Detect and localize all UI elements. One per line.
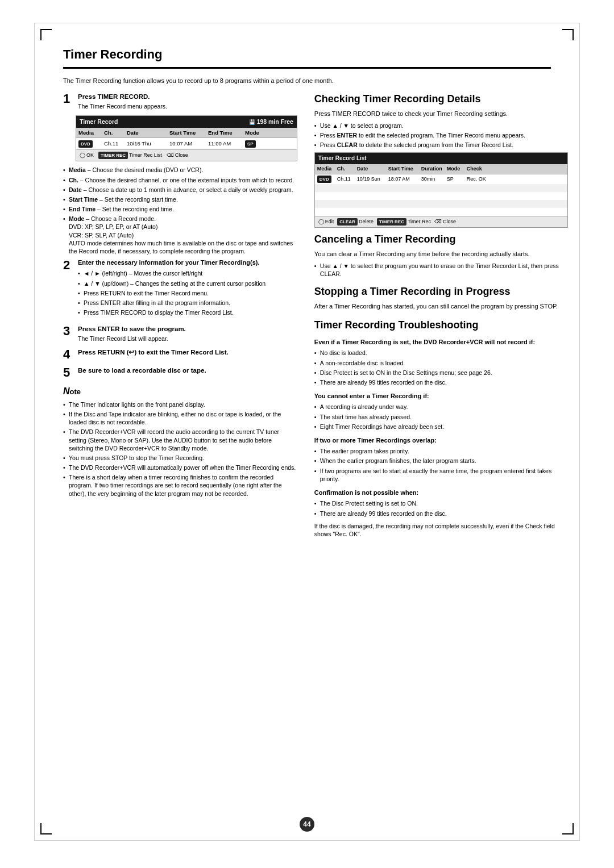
tl-clear-btn: CLEAR (337, 218, 358, 226)
tl-col-media: Media (317, 165, 337, 173)
timer-list-row-2 (315, 184, 567, 192)
stopping-title: Stopping a Timer Recording in Progress (314, 285, 568, 299)
bullet-start-time: Start Time – Set the recording start tim… (63, 195, 297, 203)
canceling-title: Canceling a Timer Recording (314, 232, 568, 247)
step-4-content: Press RETURN (↩) to exit the Timer Recor… (78, 348, 297, 357)
tl-dvd-badge: DVD (317, 176, 331, 183)
tl-col-check: Check (467, 165, 492, 173)
ts-sub2-bullet-2: The start time has already passed. (314, 413, 568, 421)
step-1-bold: Press TIMER RECORD. (78, 92, 297, 101)
timer-record-cols: Media Ch. Date Start Time End Time Mode (76, 128, 297, 138)
troubleshooting-sub3-bullets: The earlier program takes priority. When… (314, 447, 568, 483)
media-bullets: Media – Choose the desired media (DVD or… (63, 166, 297, 255)
tl-row1-start: 18:07 AM (388, 176, 421, 183)
tl-row1-date: 10/19 Sun (357, 176, 388, 183)
step-2-bold: Enter the necessary information for your… (78, 258, 297, 267)
page-title: Timer Recording (63, 46, 551, 69)
note-bullet-3: The DVD Recorder+VCR will record the aud… (63, 428, 297, 452)
checking-title: Checking Timer Recording Details (314, 92, 568, 106)
tl-footer-close-label: Close (443, 218, 456, 226)
tl-footer-delete: CLEAR Delete (337, 218, 374, 226)
ts-sub2-bullet-1: A recording is already under way. (314, 403, 568, 411)
row-ch: Ch.11 (104, 140, 127, 147)
step-5-number: 5 (63, 366, 76, 379)
note-bullet-6: There is a short delay when a timer reco… (63, 473, 297, 498)
canceling-intro: You can clear a Timer Recording any time… (314, 250, 568, 258)
step-3-number: 3 (63, 324, 76, 338)
step2-bullet-1: ◄ / ► (left/right) – Moves the cursor le… (78, 269, 297, 277)
timer-record-box: Timer Record 💾 198 min Free Media Ch. Da… (76, 115, 297, 161)
footer-ok-item: ◯ OK (80, 152, 94, 159)
col-end-time: End Time (208, 129, 245, 136)
troubleshooting-sub4-bold: Confirmation is not possible when: (314, 489, 568, 497)
troubleshooting-title: Timer Recording Troubleshooting (314, 318, 568, 332)
col-start-time: Start Time (169, 129, 208, 136)
bullet-date: Date – Choose a date up to 1 month in ad… (63, 186, 297, 194)
note-n: N (63, 385, 70, 398)
step-3: 3 Press ENTER to save the program. The T… (63, 324, 297, 343)
timer-list-row-5 (315, 208, 567, 216)
troubleshooting-sub3-bold: If two or more Timer Recordings overlap: (314, 436, 568, 445)
step-5-bold: Be sure to load a recordable disc or tap… (78, 366, 297, 375)
col-media: Media (78, 129, 104, 136)
tl-row1-check: Rec. OK (467, 176, 492, 183)
ts-sub4-bullet-2: There are already 99 titles recorded on … (314, 510, 568, 518)
ts-sub4-bullet-1: The Disc Protect setting is set to ON. (314, 499, 568, 507)
step-1-number: 1 (63, 92, 76, 106)
note-bullets: The Timer indicator lights on the front … (63, 400, 297, 498)
ts-sub1-bullet-1: No disc is loaded. (314, 349, 568, 357)
note-bullet-1: The Timer indicator lights on the front … (63, 400, 297, 408)
step2-bullet-3: Press RETURN to exit the Timer Record me… (78, 289, 297, 297)
checking-intro: Press TIMER RECORD twice to check your T… (314, 110, 568, 118)
page-number: 44 (300, 817, 314, 832)
step-4-number: 4 (63, 348, 76, 361)
tl-col-mode: Mode (447, 165, 467, 173)
step-1: 1 Press TIMER RECORD. The Timer Record m… (63, 92, 297, 111)
footer-close-label: Close (175, 152, 188, 159)
checking-bullet-3: Press CLEAR to delete the selected progr… (314, 141, 568, 149)
col-ch: Ch. (104, 129, 127, 136)
tl-col-date: Date (357, 165, 388, 173)
tl-footer-edit: ◯ Edit (318, 218, 334, 226)
row-date: 10/16 Thu (127, 140, 169, 147)
col-mode: Mode (245, 129, 271, 136)
timer-list-footer: ◯ Edit CLEAR Delete TIMER REC Timer Rec … (315, 216, 567, 227)
timer-rec-btn: TIMER REC (98, 152, 128, 159)
step-4: 4 Press RETURN (↩) to exit the Timer Rec… (63, 348, 297, 361)
right-column: Checking Timer Recording Details Press T… (314, 92, 568, 539)
row-start: 10:07 AM (169, 140, 208, 147)
timer-list-box: Timer Record List Media Ch. Date Start T… (314, 152, 568, 228)
step-2: 2 Enter the necessary information for yo… (63, 258, 297, 320)
step-2-content: Enter the necessary information for your… (78, 258, 297, 320)
tl-col-start: Start Time (388, 165, 421, 173)
timer-list-row-3 (315, 192, 567, 200)
sp-badge: SP (245, 140, 256, 148)
footer-close-item: ⌫ Close (167, 152, 188, 159)
ts-sub1-bullet-3: Disc Protect is set to ON in the Disc Se… (314, 369, 568, 377)
bullet-mode: Mode – Choose a Record mode. DVD: XP, SP… (63, 215, 297, 255)
tl-row1-media: DVD (317, 176, 337, 183)
footer-timerrec-label: Timer Rec List (129, 152, 162, 159)
corner-br (562, 823, 574, 834)
ts-sub1-bullet-2: A non-recordable disc is loaded. (314, 359, 568, 367)
bullet-media: Media – Choose the desired media (DVD or… (63, 166, 297, 174)
timer-record-footer: ◯ OK TIMER REC Timer Rec List ⌫ Close (76, 149, 297, 161)
tl-footer-delete-label: Delete (359, 218, 374, 226)
page-container: Timer Recording The Timer Recording func… (34, 23, 580, 841)
troubleshooting-footer: If the disc is damaged, the recording ma… (314, 522, 568, 539)
note-section: Note The Timer indicator lights on the f… (63, 385, 297, 497)
tl-row1-ch: Ch.11 (337, 176, 357, 183)
bullet-ch: Ch. – Choose the desired channel, or one… (63, 176, 297, 184)
timer-list-row-4 (315, 200, 567, 208)
step-1-content: Press TIMER RECORD. The Timer Record men… (78, 92, 297, 111)
ts-sub1-bullet-4: There are already 99 titles recorded on … (314, 378, 568, 386)
tl-footer-edit-label: Edit (325, 218, 334, 226)
note-title: Note (63, 385, 297, 398)
corner-tl (40, 29, 52, 40)
step2-bullet-4: Press ENTER after filling in all the pro… (78, 299, 297, 307)
troubleshooting-sub4-bullets: The Disc Protect setting is set to ON. T… (314, 499, 568, 517)
tl-footer-timerrec-label: Timer Rec (408, 218, 431, 226)
timer-record-row: DVD Ch.11 10/16 Thu 10:07 AM 11:00 AM SP (76, 138, 297, 149)
tl-timerrec-btn: TIMER REC (377, 218, 406, 226)
ts-sub3-bullet-1: The earlier program takes priority. (314, 447, 568, 455)
